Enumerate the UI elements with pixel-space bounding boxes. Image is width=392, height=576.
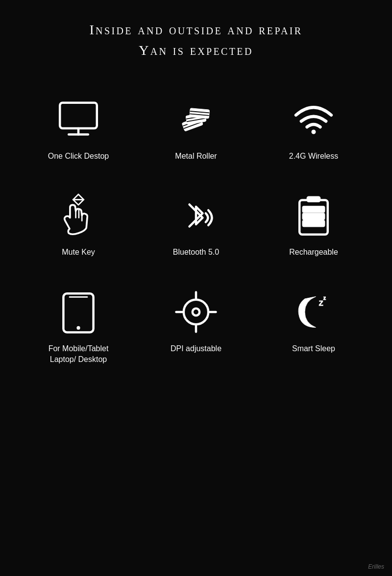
svg-point-27 — [193, 309, 199, 315]
svg-text:Z: Z — [319, 299, 323, 307]
title-line2: Yan is expected — [89, 40, 302, 61]
svg-text:z: z — [323, 295, 326, 301]
svg-point-24 — [76, 326, 80, 330]
monitor-icon — [54, 95, 103, 144]
feature-smart-sleep: Z z Smart Sleep — [255, 288, 372, 365]
bluetooth-icon — [172, 191, 220, 240]
title-line1: Inside and outside and repair — [89, 20, 302, 40]
feature-label-mute: Mute Key — [62, 247, 95, 258]
feature-wireless: 2.4G Wireless — [255, 95, 372, 162]
svg-rect-20 — [303, 221, 324, 226]
title-section: Inside and outside and repair Yan is exp… — [79, 0, 312, 71]
feature-mute: Mute Key — [20, 191, 137, 258]
feature-label-bluetooth: Bluetooth 5.0 — [173, 247, 219, 258]
feature-label-metal-roller: Metal Roller — [175, 151, 217, 162]
svg-point-26 — [184, 300, 208, 324]
svg-rect-22 — [303, 207, 324, 212]
feature-one-click-desktop: One Click Destop — [20, 95, 137, 162]
feature-metal-roller: Metal Roller — [137, 95, 255, 162]
wifi-icon — [289, 95, 338, 144]
watermark: Erilles — [368, 563, 384, 570]
feature-label-mobile-tablet: For Mobile/TabletLaptop/ Desktop — [49, 343, 109, 365]
svg-point-12 — [312, 130, 316, 134]
feature-label-wireless: 2.4G Wireless — [289, 151, 338, 162]
gold-bars-icon — [172, 95, 220, 144]
feature-mobile-tablet: For Mobile/TabletLaptop/ Desktop — [20, 288, 137, 365]
mute-icon — [54, 191, 103, 240]
crosshair-icon — [172, 288, 220, 336]
svg-rect-21 — [303, 214, 324, 219]
svg-rect-9 — [190, 108, 210, 119]
feature-dpi: DPI adjustable — [137, 288, 255, 365]
svg-rect-19 — [307, 197, 319, 202]
feature-rechargeable: Rechargeable — [255, 191, 372, 258]
feature-label-dpi: DPI adjustable — [171, 343, 221, 354]
battery-icon — [289, 191, 338, 240]
feature-bluetooth: Bluetooth 5.0 — [137, 191, 255, 258]
svg-rect-0 — [60, 103, 97, 128]
sleep-icon: Z z — [289, 288, 338, 336]
feature-label-rechargeable: Rechargeable — [289, 247, 338, 258]
feature-label-smart-sleep: Smart Sleep — [292, 343, 335, 354]
features-grid: One Click Destop — [0, 85, 392, 375]
feature-label-one-click-desktop: One Click Destop — [48, 151, 109, 162]
tablet-icon — [54, 288, 103, 336]
